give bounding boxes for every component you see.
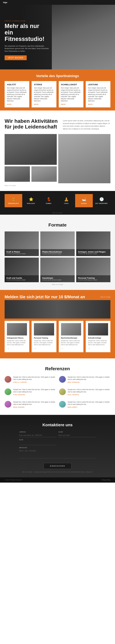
icon-persoenlich[interactable]: 🏋 PERSÖNLICH (4, 194, 22, 207)
icon-247[interactable]: 🕐 24/7 GEÖFFNET (93, 194, 111, 207)
melden-arrow-1[interactable]: → (34, 347, 54, 350)
referenz-avatar-5 (59, 401, 66, 408)
aktivitaten-images-sub (4, 166, 57, 182)
kontakt-caption: Bild von Freepik — Es gibt jede Menge In… (19, 471, 96, 473)
referenzen-section: Referenzen Sample text. Click to select … (0, 358, 115, 415)
format-name-5: Personal Training (78, 277, 109, 279)
icons-caption-row: Bild von Freepik (0, 210, 115, 215)
format-name-3: Kraft und Cardio (6, 277, 37, 279)
kontakt-name-group: Name (58, 431, 96, 437)
melden-card-title-0: Unbegrenzte Fitness (7, 337, 27, 339)
format-card-5[interactable]: Personal Training Ut lorem ad elit aeneu… (76, 258, 111, 282)
referenz-content-0: Sample text. Click to select the text bo… (13, 376, 56, 383)
melden-arrow-3[interactable]: → (88, 347, 108, 350)
vorteile-card-text-1: Sem integer vitae justo elit magna ferme… (34, 87, 54, 102)
vorteile-card-text-3: Sem integer vitae justo elit magna ferme… (88, 87, 108, 102)
zumba-icon: 💃 (47, 197, 51, 202)
kontakt-date-group: Date (19, 439, 57, 445)
yoga-icon: 🧘 (64, 197, 69, 202)
melden-card-image-1 (34, 323, 54, 336)
kontakt-submit-row: EINSCHICKEN (19, 463, 96, 469)
format-sub-1: Ut lorem ad elit aeneum variam (42, 253, 73, 254)
icon-sauna[interactable]: 🛁 SAUNA (75, 194, 93, 207)
melden-arrow-2[interactable]: → (61, 347, 81, 350)
exklusiv-label: EXKLUSIV (27, 203, 35, 204)
kontakt-date-input[interactable] (19, 441, 57, 445)
kontakt-submit-button[interactable]: EINSCHICKEN (44, 463, 71, 469)
exklusiv-icon: ⭐ (29, 197, 33, 202)
format-overlay-4: Ganzkörper Ut lorem ad elit aeneum varia… (40, 275, 74, 282)
kontakt-message-label: Message (19, 447, 96, 448)
vorteile-mehr-2[interactable]: MEHR (61, 104, 81, 105)
melden-arrow-0[interactable]: → (7, 347, 27, 350)
referenz-text-2: Sample text. Click to select the text bo… (13, 388, 56, 393)
formate-section: Formate Kraft & Pilates Ut lorem ad elit… (0, 215, 115, 290)
melden-card-2: Nachrichtentherapie Sample text. Click t… (59, 321, 83, 352)
hero-cta-button[interactable]: Jetzt Buchen (4, 56, 27, 60)
footer-copyright: © 2023 All Rights Reserved (4, 479, 21, 481)
kontakt-date-label: Date (19, 439, 57, 440)
kontakt-address-label: Adress (19, 431, 57, 433)
format-card-1[interactable]: Pilates-Revolutionen Ut lorem ad elit ae… (40, 232, 74, 256)
referenz-avatar-2 (4, 388, 11, 395)
hero-background-image (52, 5, 115, 70)
aktivitaten-image-right (58, 134, 111, 183)
melden-bg-inner (4, 300, 111, 318)
sauna-label: SAUNA (81, 203, 87, 204)
format-overlay-3: Kraft und Cardio Ut lorem ad elit aeneum… (4, 275, 39, 282)
melden-card-text-3: Sample text. Click to select the text bo… (88, 340, 108, 346)
melden-card-1: Personal Training Sample text. Click to … (32, 321, 56, 352)
kontakt-phone-input[interactable] (19, 433, 57, 437)
footer-privacy-link[interactable]: Privacy Policy (102, 479, 111, 481)
format-name-0: Kraft & Pilates (6, 251, 37, 253)
referenz-text-0: Sample text. Click to select the text bo… (13, 376, 56, 380)
aktivitaten-images-left (4, 134, 57, 183)
format-sub-0: Ut lorem ad elit aeneum variam (6, 253, 37, 254)
kontakt-form: Adress Name Date Message EINSCHICKEN (19, 431, 96, 469)
referenz-name-5: MIKE DERFT (68, 406, 111, 408)
vorteile-card-title-3: Leistung (88, 84, 108, 86)
format-card-2[interactable]: Schlagen, testen und Fliegen Ut lorem ad… (76, 232, 111, 256)
icon-exklusiv[interactable]: ⭐ EXKLUSIV (22, 194, 40, 207)
247-label: 24/7 GEÖFFNET (95, 203, 108, 204)
aktivitaten-title: Wir haben Aktivitäten für jede Leidensch… (4, 118, 58, 130)
footer: © 2023 All Rights Reserved Privacy Polic… (0, 477, 115, 482)
icon-zumba[interactable]: 💃 ZUMBA (40, 194, 58, 207)
persoenlich-icon: 🏋 (11, 197, 16, 202)
referenz-text-1: Sample text. Click to select the text bo… (68, 376, 111, 380)
kontakt-name-input[interactable] (58, 433, 96, 437)
sauna-icon: 🛁 (82, 197, 86, 202)
referenz-content-4: Sample text. Click to select the text bo… (13, 401, 56, 408)
melden-section: Melden Sie sich jetzt für nur 10 $/Monat… (0, 290, 115, 358)
icons-caption: Bild von Freepik (53, 212, 62, 214)
format-card-4[interactable]: Ganzkörper Ut lorem ad elit aeneum varia… (40, 258, 74, 282)
melden-card-title-1: Personal Training (34, 337, 54, 339)
aktivitaten-text: Lorem ipsum dolor sit amet, consectetur … (63, 118, 111, 130)
format-overlay-2: Schlagen, testen und Fliegen Ut lorem ad… (76, 249, 111, 256)
vorteile-mehr-0[interactable]: MEHR (7, 104, 27, 105)
format-overlay-5: Personal Training Ut lorem ad elit aeneu… (76, 275, 111, 282)
format-sub-3: Ut lorem ad elit aeneum variam (6, 279, 37, 281)
persoenlich-label: PERSÖNLICH (8, 203, 19, 204)
247-icon: 🕐 (99, 197, 104, 202)
format-name-2: Schlagen, testen und Fliegen (78, 251, 109, 253)
kontakt-name-label: Name (58, 431, 96, 433)
aktivitaten-header: Wir haben Aktivitäten für jede Leidensch… (4, 118, 111, 130)
formate-caption: Bilder von Freepik (4, 284, 111, 285)
format-sub-5: Ut lorem ad elit aeneum variam (78, 279, 109, 281)
hero-title: Mehr als nur ein Fitnessstudio! (4, 23, 51, 42)
format-card-3[interactable]: Kraft und Cardio Ut lorem ad elit aeneum… (4, 258, 39, 282)
vorteile-title: Vorteile des Sporttrainings (4, 74, 111, 78)
vorteile-mehr-3[interactable]: MEHR (88, 104, 108, 105)
melden-card-title-2: Nachrichtentherapie (61, 337, 81, 339)
vorteile-mehr-1[interactable]: MEHR (34, 104, 54, 105)
kontakt-spacer (58, 439, 96, 445)
melden-caption: Bild von Freepik (100, 296, 111, 298)
kontakt-message-textarea[interactable] (19, 449, 96, 458)
referenz-content-3: Sample text. Click to select the text bo… (68, 388, 111, 396)
kontakt-title: Kontaktiere uns (19, 422, 96, 427)
icon-yoga[interactable]: 🧘 YOGA (58, 194, 75, 207)
format-overlay-1: Pilates-Revolutionen Ut lorem ad elit ae… (40, 249, 74, 256)
format-sub-4: Ut lorem ad elit aeneum variam (42, 279, 73, 281)
format-card-0[interactable]: Kraft & Pilates Ut lorem ad elit aeneum … (4, 232, 39, 256)
